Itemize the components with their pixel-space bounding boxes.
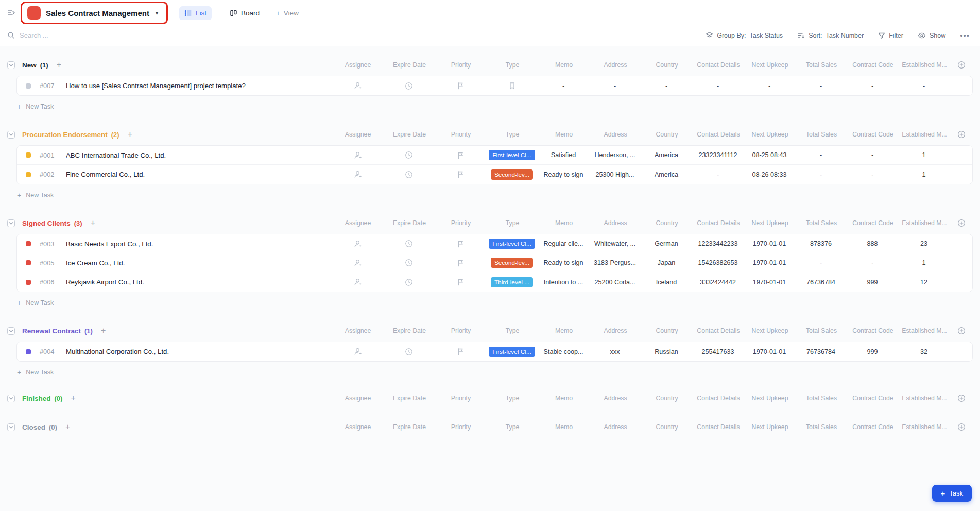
type-cell[interactable]: Second-lev... [486,258,538,268]
column-header-assignee[interactable]: Assignee [332,423,384,431]
add-task-to-group-icon[interactable]: + [65,423,70,431]
table-row[interactable]: #007 How to use [Sales Contract Manageme… [17,76,972,95]
column-header-memo[interactable]: Memo [538,327,590,334]
more-icon[interactable]: ••• [960,31,970,40]
total-sales-cell[interactable]: - [795,259,847,266]
address-cell[interactable]: xxx [589,348,641,355]
contact-details-cell[interactable]: 255417633 [692,348,744,355]
group-title[interactable]: Procuration Endorsement [22,131,108,139]
column-header-address[interactable]: Address [590,395,641,402]
memo-cell[interactable]: - [538,82,589,90]
type-badge[interactable]: First-level Cl... [489,239,535,249]
column-header-priority[interactable]: Priority [435,61,487,69]
column-header-expire-date[interactable]: Expire Date [384,219,435,227]
column-header-expire-date[interactable]: Expire Date [384,61,435,69]
type-badge[interactable]: First-level Cl... [489,150,535,160]
add-column-icon[interactable] [950,394,973,402]
column-header-total-sales[interactable]: Total Sales [796,395,847,402]
next-upkeep-cell[interactable]: 1970-01-01 [744,259,795,266]
country-cell[interactable]: America [641,151,692,159]
column-header-next-upkeep[interactable]: Next Upkeep [744,395,796,402]
column-header-total-sales[interactable]: Total Sales [796,423,847,431]
add-task-to-group-icon[interactable]: + [57,61,61,69]
contact-details-cell[interactable]: - [692,82,744,90]
collapse-group-icon[interactable] [7,61,15,69]
next-upkeep-cell[interactable]: 1970-01-01 [744,240,795,247]
address-cell[interactable]: - [589,82,641,90]
type-cell[interactable] [486,82,538,90]
contact-details-cell[interactable]: - [692,171,744,178]
table-row[interactable]: #005 Ice Cream Co., Ltd. [17,253,972,272]
column-header-total-sales[interactable]: Total Sales [796,219,847,227]
established-cell[interactable]: 23 [898,240,950,247]
chevron-down-icon[interactable]: ▾ [156,10,158,16]
column-header-memo[interactable]: Memo [538,219,590,227]
tab-add-view[interactable]: + View [271,6,304,20]
established-cell[interactable]: 1 [898,171,950,178]
priority-cell[interactable] [435,240,486,248]
column-header-type[interactable]: Type [487,395,538,402]
collapse-group-icon[interactable] [7,327,15,335]
new-task-button[interactable]: + New Task [17,103,54,111]
collapse-group-icon[interactable] [7,131,15,139]
memo-cell[interactable]: Stable coop... [538,348,589,355]
column-header-contract-code[interactable]: Contract Code [847,395,899,402]
collapse-group-icon[interactable] [7,219,15,227]
total-sales-cell[interactable]: - [795,151,847,159]
expire-date-cell[interactable] [383,278,435,286]
sort-control[interactable]: Sort: Task Number [797,31,864,39]
expire-date-cell[interactable] [383,240,435,248]
total-sales-cell[interactable]: 76736784 [795,279,847,286]
column-header-priority[interactable]: Priority [435,219,487,227]
group-title[interactable]: Renewal Contract [22,327,81,335]
group-title[interactable]: Finished [22,395,51,402]
country-cell[interactable]: Japan [641,259,692,266]
collapse-group-icon[interactable] [7,395,15,402]
column-header-priority[interactable]: Priority [435,395,487,402]
total-sales-cell[interactable]: 76736784 [795,348,847,355]
column-header-next-upkeep[interactable]: Next Upkeep [744,61,796,69]
assignee-cell[interactable] [332,259,383,267]
expire-date-cell[interactable] [383,348,435,356]
memo-cell[interactable]: Ready to sign [538,171,589,178]
column-header-type[interactable]: Type [487,327,538,334]
collapse-group-icon[interactable] [7,423,15,431]
total-sales-cell[interactable]: 878376 [795,240,847,247]
column-header-contact-details[interactable]: Contact Details [693,131,744,138]
established-cell[interactable]: 1 [898,259,950,266]
column-header-established-m[interactable]: Established M... [899,395,950,402]
column-header-expire-date[interactable]: Expire Date [384,131,435,138]
next-upkeep-cell[interactable]: 1970-01-01 [744,279,795,286]
assignee-cell[interactable] [332,170,383,179]
column-header-established-m[interactable]: Established M... [899,131,950,138]
contact-details-cell[interactable]: 23323341112 [692,151,744,159]
column-header-address[interactable]: Address [590,61,641,69]
contract-code-cell[interactable]: 999 [847,348,898,355]
column-header-contact-details[interactable]: Contact Details [693,219,744,227]
total-sales-cell[interactable]: - [795,82,847,90]
add-task-to-group-icon[interactable]: + [128,130,132,139]
country-cell[interactable]: Russian [641,348,692,355]
column-header-type[interactable]: Type [487,219,538,227]
column-header-memo[interactable]: Memo [538,423,590,431]
add-column-icon[interactable] [950,61,973,69]
established-cell[interactable]: - [898,82,950,90]
column-header-country[interactable]: Country [641,423,693,431]
column-header-contact-details[interactable]: Contact Details [693,327,744,334]
column-header-country[interactable]: Country [641,327,693,334]
contract-code-cell[interactable]: - [847,82,898,90]
type-badge[interactable]: First-level Cl... [489,347,535,357]
next-upkeep-cell[interactable]: 08-26 08:33 [744,171,795,178]
table-row[interactable]: #004 Multinational Corporation Co., Ltd. [17,342,972,361]
type-cell[interactable]: First-level Cl... [486,347,538,357]
address-cell[interactable]: Whitewater, ... [589,240,641,247]
assignee-cell[interactable] [332,278,383,286]
column-header-country[interactable]: Country [641,61,693,69]
table-row[interactable]: #002 Fine Commercial Co., Ltd. [17,165,972,184]
sidebar-expand-icon[interactable] [5,7,18,19]
priority-cell[interactable] [435,171,486,178]
established-cell[interactable]: 1 [898,151,950,159]
contract-code-cell[interactable]: 999 [847,279,898,286]
project-title-box[interactable]: Sales Contract Management ▾ [21,2,168,24]
column-header-priority[interactable]: Priority [435,131,487,138]
